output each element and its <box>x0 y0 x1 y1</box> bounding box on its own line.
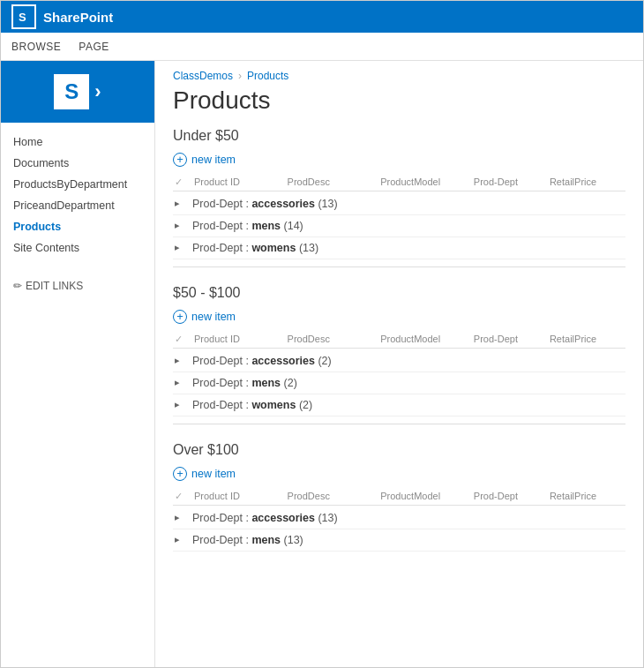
group-heading-over100: Over $100 <box>173 442 625 460</box>
group-heading-under50: Under $50 <box>173 128 625 146</box>
group-row-womens-under50[interactable]: ▸ Prod-Dept : womens (13) <box>173 237 625 259</box>
edit-links-button[interactable]: ✏ EDIT LINKS <box>1 271 154 301</box>
sidebar: S › Home Documents ProductsByDepartment … <box>1 61 155 667</box>
sidebar-item-home[interactable]: Home <box>1 131 154 153</box>
th-productid: Product ID <box>194 176 288 187</box>
th-proddept-3: Prod-Dept <box>474 491 550 501</box>
divider-under50 <box>173 266 625 267</box>
group-row-accessories-over100[interactable]: ▸ Prod-Dept : accessories (13) <box>173 507 625 529</box>
sidebar-item-priceanddepartment[interactable]: PriceandDepartment <box>1 195 154 216</box>
th-proddept-2: Prod-Dept <box>474 334 550 344</box>
th-productid-2: Product ID <box>194 334 288 344</box>
breadcrumb: ClassDemos › Products <box>173 70 625 82</box>
top-bar: S SharePoint <box>1 1 643 33</box>
expand-icon: ▸ <box>175 242 189 253</box>
group-row-mens-under50[interactable]: ▸ Prod-Dept : mens (14) <box>173 215 625 237</box>
th-check: ✓ <box>175 176 194 188</box>
group-row-womens-50to100[interactable]: ▸ Prod-Dept : womens (2) <box>173 394 625 417</box>
th-productmodel-2: ProductModel <box>380 334 474 344</box>
group-50to100: $50 - $100 + new item ✓ Product ID ProdD… <box>173 285 625 424</box>
group-heading-50to100: $50 - $100 <box>173 285 625 303</box>
menu-page[interactable]: PAGE <box>79 41 109 53</box>
sidebar-logo-area: S › <box>1 61 154 123</box>
table-header-50to100: ✓ Product ID ProdDesc ProductModel Prod-… <box>173 331 625 349</box>
expand-icon-6: ▸ <box>175 512 189 523</box>
content-area: S › Home Documents ProductsByDepartment … <box>1 61 643 667</box>
sidebar-nav: Home Documents ProductsByDepartment Pric… <box>1 123 154 267</box>
th-proddept: Prod-Dept <box>474 176 550 187</box>
th-proddesc-3: ProdDesc <box>288 491 381 501</box>
new-item-btn-50to100[interactable]: + new item <box>173 310 625 324</box>
expand-icon: ▸ <box>175 220 189 231</box>
expand-icon: ▸ <box>175 198 189 209</box>
th-productmodel-3: ProductModel <box>380 491 474 501</box>
th-check-2: ✓ <box>175 334 194 345</box>
group-row-mens-over100[interactable]: ▸ Prod-Dept : mens (13) <box>173 529 625 552</box>
th-retailprice-2: RetailPrice <box>550 334 625 344</box>
divider-50to100 <box>173 424 625 424</box>
expand-icon-4: ▸ <box>175 377 189 388</box>
group-row-accessories-under50[interactable]: ▸ Prod-Dept : accessories (13) <box>173 193 625 215</box>
expand-icon-3: ▸ <box>175 355 189 366</box>
page-title: Products <box>173 86 625 116</box>
table-header-under50: ✓ Product ID ProdDesc ProductModel Prod-… <box>173 174 625 191</box>
main-content: ClassDemos › Products Products Under $50… <box>155 61 643 667</box>
plus-circle-icon: + <box>173 153 187 167</box>
sidebar-item-documents[interactable]: Documents <box>1 153 154 174</box>
app-window: S SharePoint BROWSE PAGE S › Home Docume… <box>0 0 644 668</box>
th-retailprice: RetailPrice <box>550 176 625 187</box>
breadcrumb-separator: › <box>238 70 242 82</box>
sidebar-item-products[interactable]: Products <box>1 216 154 237</box>
th-retailprice-3: RetailPrice <box>550 491 625 501</box>
new-item-btn-over100[interactable]: + new item <box>173 467 625 481</box>
sidebar-item-sitecontents[interactable]: Site Contents <box>1 237 154 259</box>
sidebar-arrow-icon: › <box>94 80 101 103</box>
sharepoint-icon: S <box>11 4 36 29</box>
group-row-mens-50to100[interactable]: ▸ Prod-Dept : mens (2) <box>173 372 625 394</box>
th-proddesc: ProdDesc <box>288 176 381 187</box>
sidebar-logo-box: S › <box>34 67 122 116</box>
pencil-icon: ✏ <box>13 280 22 292</box>
group-over100: Over $100 + new item ✓ Product ID ProdDe… <box>173 442 625 552</box>
table-header-over100: ✓ Product ID ProdDesc ProductModel Prod-… <box>173 488 625 506</box>
th-productmodel: ProductModel <box>380 176 474 187</box>
menu-bar: BROWSE PAGE <box>1 33 643 61</box>
plus-circle-icon-3: + <box>173 467 187 481</box>
sidebar-item-productsbydepartment[interactable]: ProductsByDepartment <box>1 174 154 195</box>
expand-icon-5: ▸ <box>175 399 189 410</box>
menu-browse[interactable]: BROWSE <box>11 41 61 53</box>
group-under50: Under $50 + new item ✓ Product ID ProdDe… <box>173 128 625 267</box>
expand-icon-7: ▸ <box>175 534 189 545</box>
th-check-3: ✓ <box>175 491 194 502</box>
new-item-btn-under50[interactable]: + new item <box>173 153 625 167</box>
breadcrumb-products: Products <box>247 70 288 82</box>
group-row-accessories-50to100[interactable]: ▸ Prod-Dept : accessories (2) <box>173 350 625 372</box>
th-productid-3: Product ID <box>194 491 288 501</box>
app-title: SharePoint <box>43 10 113 25</box>
breadcrumb-classdemods[interactable]: ClassDemos <box>173 70 233 82</box>
plus-circle-icon-2: + <box>173 310 187 324</box>
th-proddesc-2: ProdDesc <box>288 334 381 344</box>
svg-text:S: S <box>19 11 26 24</box>
sidebar-s-letter: S <box>64 79 79 104</box>
